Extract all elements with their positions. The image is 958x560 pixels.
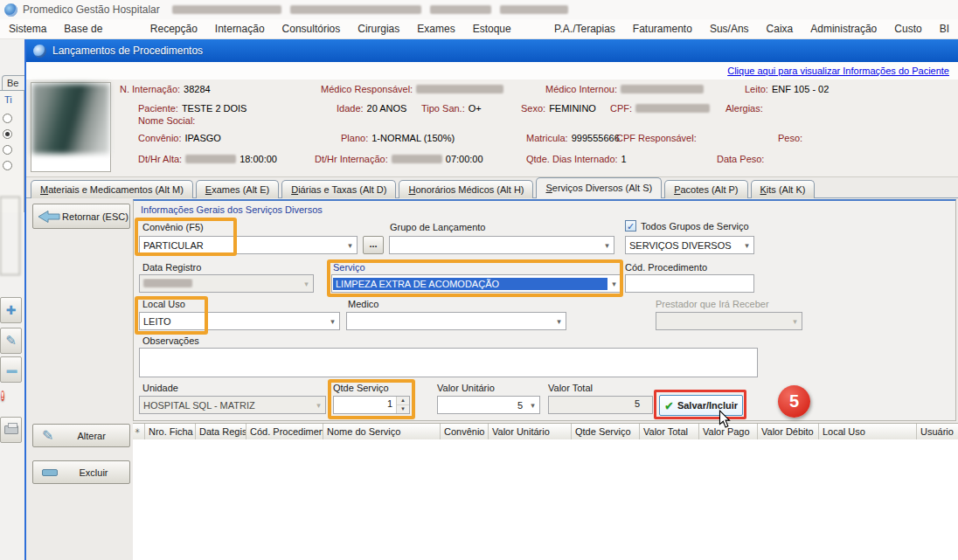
browse-button[interactable]: ...	[363, 236, 384, 254]
column-header-cod-procediment[interactable]: Cód. Procediment	[246, 424, 323, 440]
dialog-title: Lançamentos de Procedimentos	[52, 45, 203, 57]
servico-combo[interactable]: LIMPEZA EXTRA DE ACOMODAÇÃO ▾	[331, 274, 621, 293]
unidade-combo: HOSPITAL SQL - MATRIZ ▾	[139, 396, 326, 414]
menu-item-custo[interactable]: Custo	[885, 19, 930, 39]
menu-item-bi[interactable]: BI	[931, 19, 958, 39]
tab-servicos-diversos[interactable]: Serviços Diversos (Alt S)	[536, 177, 662, 198]
redacted-text	[392, 155, 442, 163]
medico-combo[interactable]: ▾	[346, 312, 566, 330]
radio-button[interactable]	[3, 114, 12, 123]
menu-item-estoque-geral[interactable]: Estoque Geral	[464, 19, 545, 39]
tab-honorarios-medicos[interactable]: Honorários Médicos (Alt H)	[399, 180, 533, 198]
field-paciente: Paciente: TESTE 2 DOIS	[138, 103, 246, 114]
check-icon: ✓	[627, 221, 635, 232]
radio-button[interactable]	[3, 161, 12, 170]
dialog-title-bar: Lançamentos de Procedimentos	[26, 39, 958, 62]
observacoes-textarea[interactable]	[139, 348, 758, 377]
add-button[interactable]: ✚	[0, 297, 22, 323]
alert-button[interactable]: !	[1, 386, 4, 405]
redacted-text	[430, 5, 491, 14]
radio-button[interactable]	[3, 145, 12, 155]
menu-item-base-de-dados[interactable]: Base de Dados	[55, 19, 141, 39]
tab-materiais-e-medicamentos[interactable]: Materiais e Medicamentos (Alt M)	[31, 180, 193, 198]
local-uso-label: Local Uso	[142, 299, 185, 309]
field-dthr-alta: Dt/Hr Alta: 18:00:00	[138, 154, 277, 164]
field-cpf-responsavel: CPF Responsável:	[616, 133, 697, 143]
step-number-badge: 5	[778, 385, 810, 418]
column-header-valor-debito[interactable]: Valor Débito	[758, 424, 819, 440]
pencil-icon: ✎	[42, 427, 53, 444]
valor-total-label: Valor Total	[548, 383, 593, 393]
column-header-valor-total[interactable]: Valor Total	[640, 424, 699, 440]
grid-corner-cell: ✳	[133, 424, 145, 440]
asterisk-icon: ✳	[135, 427, 141, 435]
menu-item-administracao[interactable]: Administração	[802, 19, 885, 39]
tab-kits[interactable]: Kits (Alt K)	[751, 180, 816, 198]
patient-info-panel: N. Internação: 38284 Médico Responsável:…	[26, 80, 958, 177]
minus-bar-icon	[42, 469, 58, 476]
grupo-servico-combo[interactable]: SERVIÇOS DIVERSOS ▾	[625, 236, 754, 254]
servicos-diversos-form: Informações Gerais dos Serviços Diversos…	[133, 199, 956, 421]
menu-item-recepcao[interactable]: Recepção	[142, 19, 206, 39]
grupo-lancamento-label: Grupo de Lançamento	[390, 222, 485, 232]
local-uso-combo[interactable]: LEITO ▾	[139, 312, 340, 330]
application-window: Promedico Gestão Hospitalar Sistema Base…	[0, 0, 958, 560]
warning-icon: !	[1, 391, 4, 401]
lancamentos-dialog: Lançamentos de Procedimentos Clique aqui…	[24, 39, 958, 560]
tab-diarias-e-taxas[interactable]: Diárias e Taxas (Alt D)	[281, 180, 396, 198]
cod-procedimento-input[interactable]	[625, 274, 754, 293]
minus-icon: ▬	[7, 363, 16, 376]
valor-unitario-combo[interactable]: 5 ▾	[437, 396, 540, 414]
column-header-nro-ficha[interactable]: Nro. Ficha	[145, 424, 196, 440]
edit-button[interactable]: ✎	[0, 328, 22, 354]
menu-item-sistema[interactable]: Sistema	[0, 19, 55, 39]
convenio-label: Convênio (F5)	[142, 222, 204, 232]
patient-link-row: Clique aqui para visualizar Informações …	[26, 62, 958, 80]
prestador-combo: ▾	[656, 312, 802, 330]
tab-pacotes[interactable]: Pacotes (Alt P)	[664, 180, 747, 198]
app-title: Promedico Gestão Hospitalar	[23, 3, 160, 16]
todos-grupos-checkbox[interactable]: ✓	[625, 220, 636, 232]
chevron-down-icon: ▾	[344, 241, 357, 250]
menu-item-cirurgias[interactable]: Cirurgias	[349, 19, 408, 39]
radio-button-selected[interactable]	[3, 129, 12, 139]
menu-item-exames[interactable]: Exames	[408, 19, 463, 39]
qtde-servico-stepper[interactable]: 1 ▲ ▼	[333, 396, 410, 414]
menu-item-pa-terapias[interactable]: P.A./Terapias	[545, 19, 624, 39]
column-header-qtde-servico[interactable]: Qtde Serviço	[572, 424, 640, 440]
excluir-button[interactable]: Excluir	[32, 460, 130, 484]
menu-item-sus-ans[interactable]: Sus/Ans	[701, 19, 758, 39]
redacted-text	[143, 279, 192, 287]
cod-procedimento-label: Cód. Procedimento	[625, 262, 707, 273]
column-header-data-regist[interactable]: Data Regist	[196, 424, 246, 440]
observacoes-label: Observações	[142, 335, 199, 346]
spinner-down-button[interactable]: ▼	[397, 405, 409, 413]
column-header-convenio[interactable]: Convênio	[441, 424, 489, 440]
remove-button[interactable]: ▬	[0, 356, 22, 383]
convenio-combo[interactable]: PARTICULAR ▾	[139, 236, 358, 254]
results-grid-body[interactable]	[133, 439, 958, 560]
menu-item-consultorios[interactable]: Consultórios	[274, 19, 350, 39]
servico-label: Serviço	[333, 262, 365, 273]
grupo-lancamento-combo[interactable]: ▾	[389, 236, 614, 254]
patient-info-link[interactable]: Clique aqui para visualizar Informações …	[727, 62, 949, 80]
field-idade: Idade: 20 ANOS	[337, 103, 406, 114]
column-header-usuario[interactable]: Usuário	[917, 424, 958, 440]
chevron-down-icon: ▾	[312, 401, 325, 410]
column-header-valor-unitario[interactable]: Valor Unitário	[489, 424, 572, 440]
data-registro-combo[interactable]: ▾	[139, 274, 314, 293]
chevron-down-icon: ▾	[600, 241, 614, 250]
column-header-local-uso[interactable]: Local Uso	[819, 424, 917, 440]
results-grid-header: ✳ Nro. Ficha Data Regist Cód. Procedimen…	[133, 423, 958, 439]
pencil-icon: ✎	[5, 333, 17, 349]
column-header-nome-do-servico[interactable]: Nome do Serviço	[323, 424, 441, 440]
redacted-text	[635, 104, 710, 113]
print-button[interactable]	[0, 417, 22, 443]
menu-item-internacao[interactable]: Internação	[206, 19, 274, 39]
alterar-button[interactable]: ✎ Alterar	[32, 424, 130, 447]
menu-item-caixa[interactable]: Caixa	[758, 19, 802, 39]
menu-item-faturamento[interactable]: Faturamento	[624, 19, 701, 39]
spinner-up-button[interactable]: ▲	[397, 397, 409, 405]
retornar-button[interactable]: Retornar (ESC)	[32, 204, 130, 229]
tab-exames[interactable]: Exames (Alt E)	[196, 180, 279, 198]
